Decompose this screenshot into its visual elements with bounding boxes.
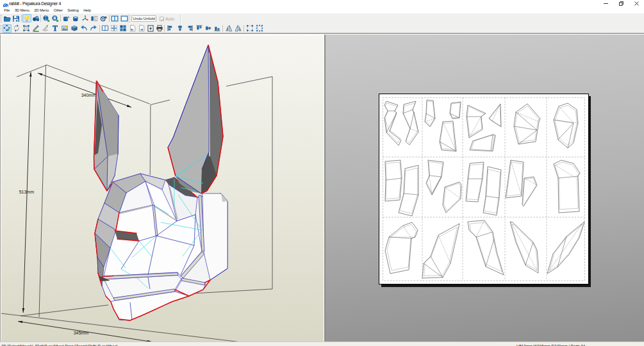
align-middle-icon[interactable] [204,24,213,33]
import-3d-b-icon[interactable] [51,14,60,22]
page-next-icon[interactable] [137,24,146,33]
pen-tool-icon[interactable] [31,24,40,33]
book-icon[interactable] [101,24,110,33]
svg-text:513mm: 513mm [19,190,35,194]
align-center-h-icon[interactable] [176,24,185,33]
undo-icon[interactable] [79,24,88,33]
menu-setting[interactable]: Setting [65,7,81,13]
texture-edit-icon[interactable] [62,14,70,22]
knife-tool-icon[interactable] [41,24,50,33]
pane-2d-view[interactable] [326,35,644,342]
divide-edge-icon[interactable] [255,24,264,33]
toolbar-separator [244,25,244,32]
undo-unfold-button[interactable]: Undo Unfold [131,15,156,22]
blocks-icon[interactable] [119,24,128,33]
flip-v-icon[interactable] [234,24,243,33]
svg-text:340mm: 340mm [81,93,97,97]
title-bar: rabbit - Pepakura Designer 4 [0,0,644,7]
toolbar-separator [99,25,100,32]
work-area: 513mm340mm345mm [0,33,644,342]
align-top-icon[interactable] [195,24,204,33]
menu-other[interactable]: Other [51,7,65,13]
box-tool-icon[interactable] [70,24,79,33]
restore-button[interactable] [613,0,629,7]
image-tool-icon[interactable] [60,24,69,33]
print-preview-icon[interactable] [146,24,155,33]
pattern-piece[interactable] [450,102,461,119]
align-left-icon[interactable] [166,24,175,33]
menu-2d-menu[interactable]: 2D Menu [31,7,51,13]
menu-bar: File3D Menu2D MenuOtherSettingHelp [0,7,644,13]
scale-tool-icon[interactable] [22,24,31,33]
axes-icon[interactable] [81,14,90,22]
render-settings-icon[interactable] [31,14,40,22]
auto-checkbox-label: Auto [165,17,174,21]
page-prev-icon[interactable] [128,24,137,33]
status-model-info: H513mm W346mm D340mm / Parts 24 [516,344,585,346]
texture-view-icon[interactable] [71,14,80,22]
flip-h-icon[interactable] [224,24,233,33]
app-logo-icon [3,1,8,6]
toolbar-separator [222,25,223,32]
one-pane-icon[interactable] [120,14,129,22]
import-3d-a-icon[interactable] [42,14,51,22]
select-move-icon[interactable] [3,24,12,33]
window-title: rabbit - Pepakura Designer 4 [9,0,61,7]
light-bulb-icon[interactable] [22,14,31,22]
rotate-tool-icon[interactable] [12,24,21,33]
align-right-icon[interactable] [185,24,194,33]
view-rotate-icon[interactable] [99,14,108,22]
mirror-model-icon[interactable] [90,14,99,22]
toolbar-separator [40,15,41,22]
pepakura-window: rabbit - Pepakura Designer 4 File3D Menu… [0,0,644,346]
toolbar-separator [109,15,110,22]
pane-3d-view[interactable]: 513mm340mm345mm [0,35,324,342]
svg-text:345mm: 345mm [74,331,89,335]
arrange-parts-icon[interactable] [110,24,119,33]
text-tool-icon[interactable] [51,24,60,33]
join-edge-icon[interactable] [245,24,254,33]
toolbar-band-edge [180,14,181,23]
save-icon[interactable] [12,14,21,22]
status-hint: 3D [Select/Move]:L [Rot]:R or Wheel Drag… [1,344,117,346]
menu-3d-menu[interactable]: 3D Menu [12,7,32,13]
printer-icon[interactable] [155,24,164,33]
menu-help[interactable]: Help [81,7,93,13]
toolbar-main: Undo Unfold Auto [0,13,644,24]
open-folder-icon[interactable] [3,14,12,22]
toolbar-separator [21,15,22,22]
two-pane-icon[interactable] [110,14,119,22]
close-button[interactable] [629,0,644,7]
menu-file[interactable]: File [1,7,12,13]
toolbar-2d [0,24,644,34]
toolbar-separator [60,15,61,22]
pattern-piece[interactable] [385,160,402,201]
align-bottom-icon[interactable] [213,24,222,33]
minimize-button[interactable] [598,0,613,7]
redo-icon[interactable] [89,24,98,33]
toolbar-separator [164,25,165,32]
status-bar: 3D [Select/Move]:L [Rot]:R or Wheel Drag… [0,342,644,346]
auto-checkbox[interactable] [160,17,164,21]
